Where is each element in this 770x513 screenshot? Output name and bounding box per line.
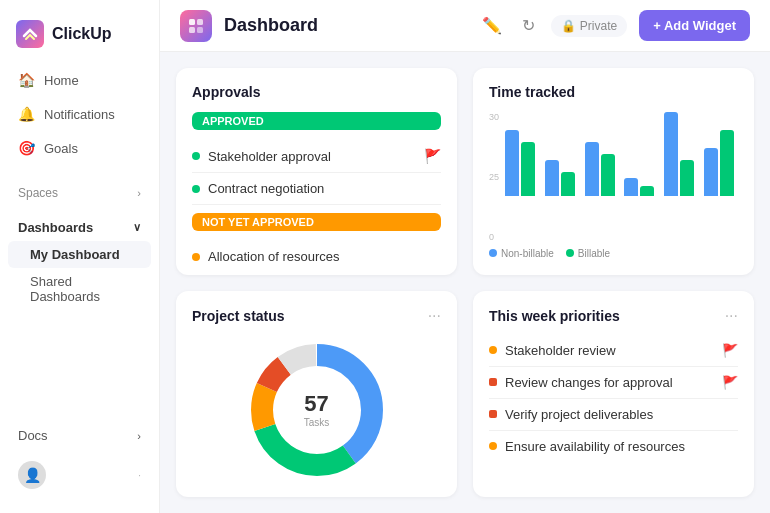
time-tracked-title: Time tracked <box>489 84 738 100</box>
dashboard-icon <box>180 10 212 42</box>
bar-blue-2 <box>545 160 559 196</box>
legend-non-billable: Non-billable <box>489 248 554 259</box>
dashboards-label: Dashboards <box>18 220 93 235</box>
priority-item-1: Stakeholder review 🚩 <box>489 335 738 367</box>
bar-green-5 <box>680 160 694 196</box>
project-status-card: Project status ··· 5 <box>176 291 457 498</box>
dashboards-group: Dashboards ∨ My Dashboard Shared Dashboa… <box>0 214 159 310</box>
legend-dot-blue <box>489 249 497 257</box>
chevron-right-icon: › <box>137 187 141 199</box>
priority-left-1: Stakeholder review <box>489 343 616 358</box>
bar-blue-6 <box>704 148 718 196</box>
approval-label-resources: Allocation of resources <box>208 249 340 264</box>
more-icon[interactable]: ··· <box>428 307 441 325</box>
priority-item-2: Review changes for approval 🚩 <box>489 367 738 399</box>
priority-left-3: Verify project deliverables <box>489 407 653 422</box>
sidebar-item-my-dashboard[interactable]: My Dashboard <box>8 241 151 268</box>
chart-legend: Non-billable Billable <box>489 248 738 259</box>
add-widget-button[interactable]: + Add Widget <box>639 10 750 41</box>
approval-left-2: Contract negotiation <box>192 181 324 196</box>
priority-dot-4 <box>489 442 497 450</box>
bar-blue-5 <box>664 112 678 196</box>
approval-label-stakeholder: Stakeholder approval <box>208 149 331 164</box>
priority-label-4: Ensure availability of resources <box>505 439 685 454</box>
bar-green-4 <box>640 186 654 196</box>
donut-number: 57 <box>304 391 330 417</box>
edit-button[interactable]: ✏️ <box>478 12 506 39</box>
dashboards-header[interactable]: Dashboards ∨ <box>8 214 151 241</box>
approval-item-stakeholder: Stakeholder approval 🚩 <box>192 140 441 173</box>
dashboard-grid: Approvals APPROVED Stakeholder approval … <box>160 52 770 513</box>
project-status-title: Project status <box>192 308 285 324</box>
bar-green-6 <box>720 130 734 196</box>
sidebar: ClickUp 🏠 Home 🔔 Notifications 🎯 Goals S… <box>0 0 160 513</box>
approvals-card: Approvals APPROVED Stakeholder approval … <box>176 68 457 275</box>
refresh-button[interactable]: ↻ <box>518 12 539 39</box>
sidebar-item-home[interactable]: 🏠 Home <box>8 64 151 96</box>
approval-label-contract: Contract negotiation <box>208 181 324 196</box>
green-dot-2 <box>192 185 200 193</box>
docs-label: Docs <box>18 428 48 443</box>
approval-item-resources: Allocation of resources <box>192 241 441 272</box>
priority-label-1: Stakeholder review <box>505 343 616 358</box>
donut-label: Tasks <box>304 417 330 428</box>
page-title: Dashboard <box>224 15 318 36</box>
bar-group-6 <box>704 130 738 196</box>
approvals-title: Approvals <box>192 84 441 100</box>
time-tracked-card: Time tracked 30 25 0 <box>473 68 754 275</box>
priority-dot-2 <box>489 378 497 386</box>
home-icon: 🏠 <box>18 72 34 88</box>
sidebar-item-docs[interactable]: Docs › <box>8 422 151 449</box>
priority-left-4: Ensure availability of resources <box>489 439 685 454</box>
bell-icon: 🔔 <box>18 106 34 122</box>
legend-dot-green <box>566 249 574 257</box>
priorities-header: This week priorities ··· <box>489 307 738 325</box>
priority-dot-3 <box>489 410 497 418</box>
priority-label-2: Review changes for approval <box>505 375 673 390</box>
spaces-header[interactable]: Spaces › <box>8 180 151 206</box>
shared-dashboards-label: Shared Dashboards <box>30 274 100 304</box>
logo: ClickUp <box>0 12 159 64</box>
sidebar-goals-label: Goals <box>44 141 78 156</box>
time-chart-container: 30 25 0 <box>489 112 738 259</box>
bar-blue-1 <box>505 130 519 196</box>
green-dot <box>192 152 200 160</box>
approved-badge: APPROVED <box>192 112 441 130</box>
bar-blue-3 <box>585 142 599 196</box>
bar-green-3 <box>601 154 615 196</box>
sidebar-item-notifications[interactable]: 🔔 Notifications <box>8 98 151 130</box>
private-badge: 🔒 Private <box>551 15 627 37</box>
legend-billable: Billable <box>566 248 610 259</box>
approval-item-contract: Contract negotiation <box>192 173 441 205</box>
lock-icon: 🔒 <box>561 19 576 33</box>
priority-item-3: Verify project deliverables <box>489 399 738 431</box>
priority-label-3: Verify project deliverables <box>505 407 653 422</box>
header-left: Dashboard <box>180 10 318 42</box>
sidebar-item-goals[interactable]: 🎯 Goals <box>8 132 151 164</box>
bar-green-1 <box>521 142 535 196</box>
sidebar-notifications-label: Notifications <box>44 107 115 122</box>
donut-center: 57 Tasks <box>304 391 330 428</box>
more-icon-priorities[interactable]: ··· <box>725 307 738 325</box>
bar-chart <box>505 112 738 200</box>
donut-container: 57 Tasks <box>192 335 441 485</box>
approval-left-3: Allocation of resources <box>192 249 340 264</box>
bar-group-1 <box>505 130 539 196</box>
main-content: Dashboard ✏️ ↻ 🔒 Private + Add Widget Ap… <box>160 0 770 513</box>
my-dashboard-label: My Dashboard <box>30 247 120 262</box>
priority-dot-1 <box>489 346 497 354</box>
sidebar-user-area: 👤 · <box>8 453 151 497</box>
private-label: Private <box>580 19 617 33</box>
priorities-card: This week priorities ··· Stakeholder rev… <box>473 291 754 498</box>
goals-icon: 🎯 <box>18 140 34 156</box>
bar-blue-4 <box>624 178 638 196</box>
bar-group-3 <box>585 142 619 196</box>
legend-label-billable: Billable <box>578 248 610 259</box>
header-right: ✏️ ↻ 🔒 Private + Add Widget <box>478 10 750 41</box>
chevron-down-icon: ∨ <box>133 221 141 234</box>
bar-group-2 <box>545 160 579 196</box>
svg-rect-2 <box>189 27 195 33</box>
sidebar-item-shared-dashboards[interactable]: Shared Dashboards <box>8 268 151 310</box>
bar-group-5 <box>664 112 698 196</box>
user-avatar[interactable]: 👤 <box>18 461 46 489</box>
